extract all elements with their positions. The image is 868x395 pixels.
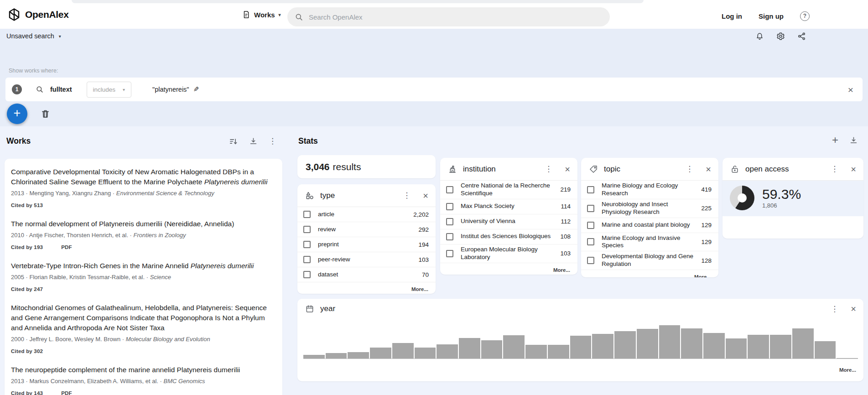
work-title-link[interactable]: Mitochondrial Genomes of Galathealinum, … [11,303,272,333]
works-kebab-menu-icon[interactable]: ⋮ [269,137,276,145]
institution-filter-row[interactable]: Centre National de la Recherche Scientif… [440,181,577,199]
topic-kebab-menu-icon[interactable]: ⋮ [686,165,693,173]
entity-type-selector[interactable]: Works ▾ [242,10,281,19]
type-filter-row[interactable]: review292 [297,222,436,237]
type-checkbox[interactable] [303,226,311,233]
pdf-link[interactable]: PDF [61,244,72,250]
share-icon[interactable] [797,32,806,41]
year-bar[interactable] [614,331,636,359]
type-checkbox[interactable] [303,271,311,278]
topic-checkbox[interactable] [587,186,594,193]
year-bar[interactable] [415,348,436,359]
search-input[interactable] [308,13,603,21]
institution-filter-row[interactable]: Max Planck Society114 [440,199,577,214]
type-checkbox[interactable] [303,256,311,263]
settings-gear-icon[interactable] [776,32,785,41]
institution-filter-row[interactable]: Institut des Sciences Biologiques108 [440,229,577,244]
year-more-link[interactable]: More... [297,359,863,373]
year-bar[interactable] [815,341,836,359]
add-filter-button[interactable]: + [7,104,27,124]
signup-button[interactable]: Sign up [759,12,784,20]
year-bar[interactable] [770,335,791,359]
topic-checkbox[interactable] [587,205,594,212]
year-bar[interactable] [726,338,747,359]
year-bar[interactable] [437,344,458,359]
year-kebab-menu-icon[interactable]: ⋮ [831,305,838,313]
cited-by-link[interactable]: Cited by 302 [11,348,43,354]
type-filter-row[interactable]: preprint194 [297,237,436,252]
topic-filter-row[interactable]: Developmental Biology and Gene Regulatio… [581,251,718,270]
year-bar[interactable] [592,334,613,359]
export-download-icon[interactable] [249,137,258,146]
topic-close-icon[interactable]: × [706,165,711,174]
delete-query-trash-icon[interactable] [41,109,50,119]
cited-by-link[interactable]: Cited by 247 [11,286,43,292]
year-bar[interactable] [348,352,369,359]
cited-by-link[interactable]: Cited by 513 [11,203,43,208]
operator-select[interactable]: includes ▾ [87,82,132,98]
year-bar[interactable] [392,343,414,359]
year-bar[interactable] [481,340,503,359]
work-title-link[interactable]: The normal development of Platynereis du… [11,219,272,229]
year-bar[interactable] [370,348,391,359]
institution-checkbox[interactable] [446,250,453,257]
institution-checkbox[interactable] [446,203,453,210]
year-bar[interactable] [570,336,592,359]
year-bar[interactable] [459,338,480,359]
type-close-icon[interactable]: × [423,191,428,200]
saved-search-menu[interactable]: Unsaved search ▾ [6,32,61,40]
institution-close-icon[interactable]: × [565,165,570,174]
year-bar[interactable] [503,335,525,359]
year-bar[interactable] [303,355,325,359]
brand-home-link[interactable]: OpenAlex [7,8,69,21]
type-filter-row[interactable]: article2,202 [297,207,436,222]
year-bar[interactable] [525,345,547,359]
year-bar[interactable] [681,328,702,359]
year-bar[interactable] [748,335,769,359]
pdf-link[interactable]: PDF [61,390,72,395]
institution-checkbox[interactable] [446,233,453,240]
cited-by-link[interactable]: Cited by 143 [11,390,43,395]
year-close-icon[interactable]: × [851,304,856,313]
institution-filter-row[interactable]: University of Vienna112 [440,214,577,229]
type-checkbox[interactable] [303,211,311,218]
open-access-close-icon[interactable]: × [851,165,856,174]
year-bar[interactable] [659,325,681,359]
institution-filter-row[interactable]: European Molecular Biology Laboratory103 [440,244,577,263]
topic-filter-row[interactable]: Neurobiology and Insect Physiology Resea… [581,199,718,218]
type-checkbox[interactable] [303,241,311,248]
type-filter-row[interactable]: peer-review103 [297,252,436,267]
type-more-link[interactable]: More... [297,282,436,294]
help-icon[interactable]: ? [800,11,810,21]
edit-pencil-icon[interactable]: ✎ [193,85,199,94]
notifications-bell-icon[interactable] [755,32,764,41]
topic-checkbox[interactable] [587,257,594,264]
institution-checkbox[interactable] [446,218,453,225]
year-bar[interactable] [792,328,814,359]
year-bar[interactable] [326,353,347,359]
cited-by-link[interactable]: Cited by 193 [11,244,43,250]
global-search[interactable] [287,7,610,26]
institution-kebab-menu-icon[interactable]: ⋮ [545,165,552,173]
work-title-link[interactable]: Comparative Developmental Toxicity of Ne… [11,167,272,187]
topic-filter-row[interactable]: Marine Biology and Ecology Research419 [581,181,718,199]
institution-more-link[interactable]: More... [440,263,577,275]
login-button[interactable]: Log in [722,12,742,20]
year-bar[interactable] [837,358,858,359]
sort-icon[interactable] [229,137,238,146]
year-bar[interactable] [548,345,569,359]
type-filter-row[interactable]: dataset70 [297,267,436,282]
topic-more-link[interactable]: More... [581,270,718,277]
remove-filter-icon[interactable]: × [848,85,853,94]
add-stat-panel-icon[interactable]: + [832,135,838,146]
work-title-link[interactable]: The neuropeptide complement of the marin… [11,365,272,375]
stats-download-icon[interactable] [849,136,858,145]
topic-filter-row[interactable]: Marine and coastal plant biology129 [581,218,718,233]
topic-checkbox[interactable] [587,222,594,229]
institution-checkbox[interactable] [446,186,453,193]
work-title-link[interactable]: Vertebrate-Type Intron-Rich Genes in the… [11,261,272,271]
topic-filter-row[interactable]: Marine Ecology and Invasive Species129 [581,233,718,252]
year-bar[interactable] [703,333,725,359]
open-access-kebab-menu-icon[interactable]: ⋮ [831,165,838,173]
year-bar[interactable] [637,329,658,359]
